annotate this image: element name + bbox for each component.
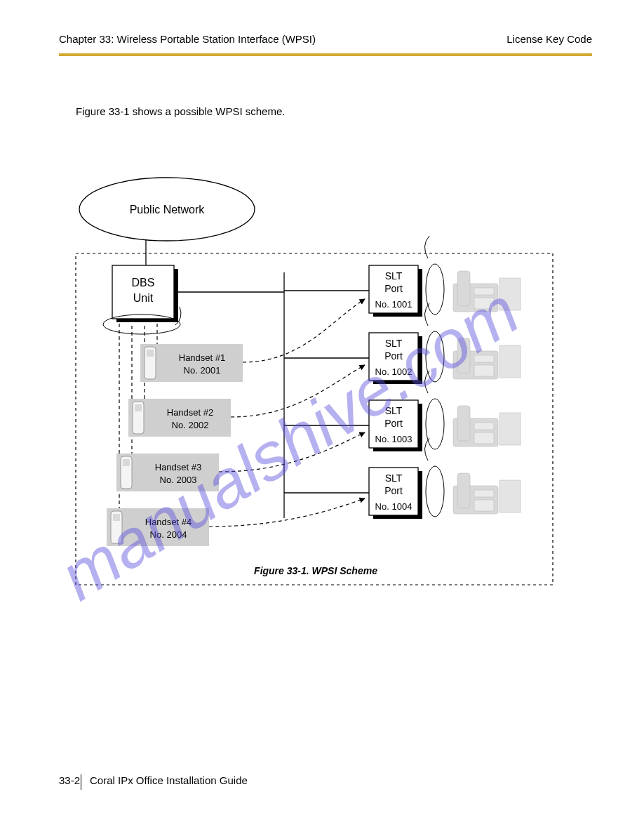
svg-text:Port: Port <box>384 350 403 362</box>
svg-rect-43 <box>474 298 494 309</box>
svg-rect-48 <box>474 365 494 376</box>
svg-rect-67 <box>135 404 142 411</box>
wpsi-diagram: Public Network DBS Unit <box>63 174 582 595</box>
svg-rect-46 <box>457 338 470 373</box>
svg-rect-51 <box>457 406 470 441</box>
footer-divider <box>81 774 81 790</box>
svg-text:No. 2003: No. 2003 <box>160 475 197 485</box>
svg-rect-72 <box>123 459 130 466</box>
header-rule <box>59 53 592 56</box>
phone-icon <box>453 271 521 514</box>
footer-title: Coral IPx Office Installation Guide <box>90 774 248 786</box>
svg-rect-54 <box>499 413 521 445</box>
svg-text:No. 2004: No. 2004 <box>150 529 187 540</box>
svg-rect-42 <box>474 288 494 295</box>
svg-text:Handset #1: Handset #1 <box>179 352 226 363</box>
svg-text:No. 1001: No. 1001 <box>375 299 412 310</box>
handset-3: Handset #3 No. 2003 <box>116 454 219 491</box>
svg-rect-52 <box>474 423 494 430</box>
svg-text:Port: Port <box>384 418 403 429</box>
handset-1: Handset #1 No. 2001 <box>140 344 243 382</box>
svg-text:Port: Port <box>384 485 403 496</box>
header-right: License Key Code <box>507 33 592 45</box>
svg-text:SLT: SLT <box>385 405 403 416</box>
svg-text:Handset #4: Handset #4 <box>145 517 192 527</box>
svg-rect-53 <box>474 432 494 444</box>
svg-text:SLT: SLT <box>385 338 403 349</box>
footer-page-number: 33-2 <box>59 774 80 786</box>
svg-rect-77 <box>113 514 120 521</box>
svg-rect-58 <box>474 500 494 511</box>
svg-text:No. 1004: No. 1004 <box>375 501 412 512</box>
svg-rect-49 <box>499 345 521 378</box>
header-chapter: Chapter 33: Wireless Portable Station In… <box>59 33 316 45</box>
svg-rect-59 <box>499 480 521 512</box>
handset-2: Handset #2 No. 2002 <box>128 399 231 437</box>
figure-caption: Figure 33-1. WPSI Scheme <box>254 565 377 576</box>
svg-rect-41 <box>457 271 470 306</box>
dbs-top: DBS <box>132 277 155 289</box>
handset-4: Handset #4 No. 2004 <box>107 508 209 546</box>
svg-point-32 <box>426 399 444 449</box>
port-1: SLT Port No. 1001 <box>284 236 444 317</box>
svg-text:No. 1003: No. 1003 <box>375 434 412 444</box>
svg-point-25 <box>426 331 444 382</box>
svg-rect-44 <box>499 278 521 310</box>
svg-point-18 <box>426 264 444 315</box>
svg-rect-56 <box>457 473 470 508</box>
svg-text:No. 2002: No. 2002 <box>172 420 209 430</box>
body-paragraph: Figure 33-1 shows a possible WPSI scheme… <box>76 104 581 119</box>
dbs-bottom: Unit <box>133 292 154 304</box>
diagram-wrapper: Public Network DBS Unit <box>63 174 582 595</box>
svg-text:Port: Port <box>384 283 403 294</box>
svg-text:SLT: SLT <box>385 472 403 484</box>
svg-text:No. 1002: No. 1002 <box>375 366 412 377</box>
page: Chapter 33: Wireless Portable Station In… <box>0 0 644 834</box>
svg-text:SLT: SLT <box>385 270 403 282</box>
svg-rect-62 <box>147 350 154 357</box>
svg-text:Handset #2: Handset #2 <box>167 407 214 418</box>
svg-point-39 <box>426 466 444 517</box>
svg-rect-47 <box>474 355 494 362</box>
cloud-label: Public Network <box>130 204 206 216</box>
svg-text:No. 2001: No. 2001 <box>184 365 221 376</box>
svg-text:Handset #3: Handset #3 <box>155 462 202 472</box>
svg-rect-57 <box>474 490 494 497</box>
